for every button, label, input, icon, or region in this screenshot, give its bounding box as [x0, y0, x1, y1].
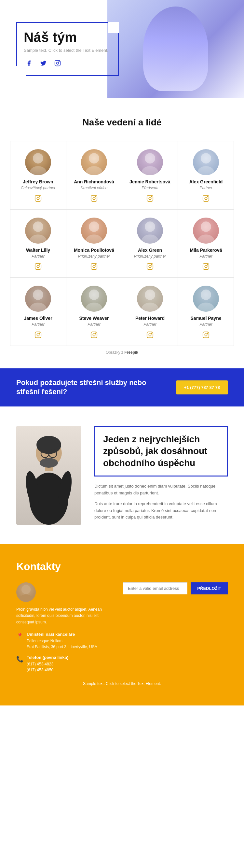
- email-input[interactable]: [123, 582, 187, 594]
- twitter-icon[interactable]: [38, 58, 48, 68]
- contacts-title: Kontakty: [16, 561, 228, 572]
- instagram-link-icon[interactable]: [34, 263, 42, 272]
- team-member-name: Alex Greenfield: [189, 179, 223, 184]
- instagram-link-icon[interactable]: [146, 195, 153, 204]
- svg-point-54: [141, 303, 159, 312]
- success-para-2: Duis aute irure dolor in reprehenderit i…: [94, 501, 228, 521]
- phone-line1: (617) 453-4823: [27, 661, 68, 667]
- svg-point-73: [22, 585, 31, 594]
- submit-button[interactable]: PŘEDLOŽIT: [190, 582, 228, 594]
- location-icon: 📍: [16, 632, 24, 640]
- svg-point-11: [93, 197, 95, 199]
- success-content: Jeden z nejrychlejších způsobů, jak dosá…: [94, 426, 228, 525]
- team-card: Alex GreenPřidružený partner: [122, 210, 178, 278]
- team-member-name: Jeffrey Brown: [23, 179, 53, 184]
- hero-person-silhouette: [143, 6, 208, 91]
- svg-point-24: [30, 235, 46, 244]
- team-card: James OliverPartner: [10, 278, 66, 346]
- hero-section: Náš tým Sample text. Click to select the…: [0, 0, 244, 98]
- svg-point-46: [37, 334, 39, 336]
- hero-social: [24, 58, 108, 68]
- success-para-1: Dictum sit amet justo donec enim diam vu…: [94, 483, 228, 497]
- instagram-link-icon[interactable]: [34, 331, 42, 340]
- team-card: Ann RichmondováKreativní vůdce: [66, 141, 122, 210]
- svg-point-52: [95, 333, 96, 334]
- svg-point-56: [149, 334, 151, 336]
- instagram-link-icon[interactable]: [91, 331, 98, 340]
- team-grid: Jeffrey BrownCelosvětový partner Ann Ric…: [10, 141, 234, 346]
- svg-rect-0: [55, 60, 61, 66]
- cta-banner: Pokud požadujete střešní služby nebo stř…: [0, 368, 244, 406]
- team-section-title: Naše vedení a lidé: [10, 117, 234, 128]
- svg-point-19: [198, 166, 214, 175]
- instagram-link-icon[interactable]: [91, 195, 98, 204]
- team-member-name: Ann Richmondová: [74, 179, 114, 184]
- svg-point-17: [151, 196, 152, 197]
- team-avatar: [81, 286, 107, 312]
- office-line2: Erat Facilisis, 36 port 3, Libertyville,…: [27, 644, 97, 650]
- team-member-role: Partner: [200, 186, 212, 191]
- svg-point-49: [85, 303, 102, 312]
- team-member-role: Partner: [88, 322, 100, 327]
- svg-point-61: [205, 334, 207, 336]
- svg-point-2: [59, 61, 60, 62]
- svg-point-36: [149, 266, 151, 268]
- contacts-left: Proin gravida nibh vel velit auctor aliq…: [16, 582, 110, 678]
- team-member-name: Monica Pouliotová: [74, 248, 114, 253]
- hero-frame: Náš tým Sample text. Click to select the…: [16, 22, 119, 76]
- instagram-link-icon[interactable]: [34, 195, 42, 204]
- cta-phone-button[interactable]: +1 (777) 787 87 78: [176, 380, 228, 395]
- team-member-role: Partner: [200, 254, 212, 259]
- instagram-link-icon[interactable]: [202, 331, 210, 340]
- success-title: Jeden z nejrychlejších způsobů, jak dosá…: [103, 434, 219, 469]
- team-avatar: [81, 218, 107, 244]
- office-line1: Pellentesque Nullam: [27, 638, 97, 644]
- team-avatar: [193, 218, 219, 244]
- team-member-name: Walter Lilly: [26, 248, 50, 253]
- team-member-role: Partner: [32, 254, 44, 259]
- team-member-name: Jennie Robertsová: [130, 179, 170, 184]
- instagram-link-icon[interactable]: [146, 331, 153, 340]
- facebook-icon[interactable]: [24, 58, 34, 68]
- office-row: 📍 Umístění naší kanceláře Pellentesque N…: [16, 632, 110, 650]
- svg-point-41: [205, 266, 207, 268]
- team-member-role: Kreativní vůdce: [81, 186, 108, 191]
- team-member-role: Celosvětový partner: [21, 186, 56, 191]
- team-card: Monica PouliotováPřidružený partner: [66, 210, 122, 278]
- hero-content: Náš tým Sample text. Click to select the…: [0, 9, 135, 89]
- svg-point-69: [40, 458, 58, 468]
- office-label: Umístění naší kanceláře: [27, 632, 97, 637]
- svg-point-18: [201, 153, 211, 163]
- svg-point-64: [36, 436, 61, 454]
- success-frame: Jeden z nejrychlejších způsobů, jak dosá…: [94, 426, 228, 476]
- svg-point-7: [39, 196, 40, 197]
- svg-point-8: [89, 153, 99, 163]
- team-card: Alex GreenfieldPartner: [178, 141, 234, 210]
- team-card: Jeffrey BrownCelosvětový partner: [10, 141, 66, 210]
- instagram-link-icon[interactable]: [202, 263, 210, 272]
- svg-point-48: [89, 289, 99, 300]
- instagram-icon[interactable]: [53, 58, 63, 68]
- svg-point-23: [33, 221, 43, 232]
- svg-point-14: [141, 166, 159, 175]
- footer-text: Sample text. Click to select the Text El…: [33, 681, 211, 686]
- svg-point-34: [141, 235, 159, 244]
- instagram-link-icon[interactable]: [146, 263, 153, 272]
- svg-point-21: [205, 197, 207, 199]
- svg-point-39: [198, 235, 214, 244]
- svg-point-1: [57, 62, 59, 64]
- hero-subtitle: Sample text. Click to select the Text El…: [24, 48, 108, 53]
- contact-description: Proin gravida nibh vel velit auctor aliq…: [16, 607, 110, 625]
- instagram-link-icon[interactable]: [202, 195, 210, 204]
- team-member-name: Mila Parkerová: [190, 248, 222, 253]
- instagram-link-icon[interactable]: [91, 263, 98, 272]
- svg-point-58: [201, 289, 211, 300]
- team-avatar: [193, 286, 219, 312]
- team-card: Jennie RobertsováPředseda: [122, 141, 178, 210]
- svg-point-4: [30, 166, 46, 175]
- svg-point-53: [145, 289, 155, 300]
- team-member-role: Předseda: [141, 186, 158, 191]
- team-member-name: Peter Howard: [135, 316, 165, 321]
- team-member-role: Přidružený partner: [78, 254, 110, 259]
- success-person-image: [16, 426, 81, 525]
